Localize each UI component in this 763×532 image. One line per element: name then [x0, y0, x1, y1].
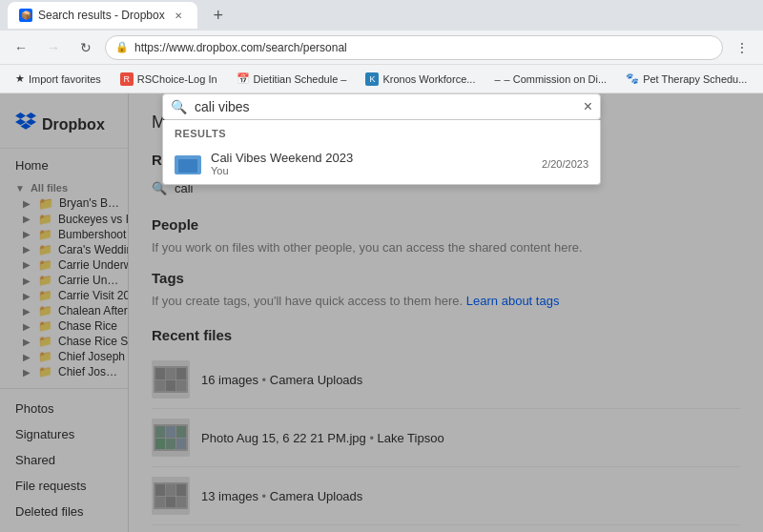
search-left-icon: 🔍 — [171, 99, 187, 114]
browser-titlebar: 📦 Search results - Dropbox ✕ + — [0, 0, 763, 31]
lock-icon: 🔒 — [115, 41, 129, 53]
search-box-container: 🔍 × Results Cali Vibes Weekend 2023 You — [162, 93, 601, 185]
tab-close-button[interactable]: ✕ — [171, 8, 186, 23]
bookmark-rschoice[interactable]: R RSChoice-Log In — [113, 71, 225, 88]
browser-frame: 📦 Search results - Dropbox ✕ + ← → ↻ 🔒 h… — [0, 0, 763, 532]
bookmark-kronos-label: Kronos Workforce... — [382, 73, 475, 85]
search-input[interactable] — [195, 99, 576, 114]
bookmark-import-favorites[interactable]: ★ Import favorites — [8, 71, 109, 87]
search-dropdown: Results Cali Vibes Weekend 2023 You 2/20… — [162, 120, 601, 185]
tab-title: Search results - Dropbox — [38, 9, 165, 22]
back-button[interactable]: ← — [8, 34, 34, 61]
bookmark-kronos-icon: K — [365, 72, 379, 86]
bookmark-dietitian-label: Dietitian Schedule – — [254, 73, 347, 85]
app-content: Dropbox Home ▼ All files ▶ 📁 Bryan's Bon… — [0, 93, 763, 532]
browser-toolbar: ← → ↻ 🔒 https://www.dropbox.com/search/p… — [0, 31, 763, 65]
folder-front — [178, 159, 197, 173]
bookmark-label: Import favorites — [29, 73, 101, 85]
bookmark-rschoice-icon: R — [120, 72, 134, 86]
folder-icon-wrapper — [175, 153, 201, 174]
search-input-wrapper: 🔍 × — [162, 93, 601, 120]
bookmark-healthequity[interactable]: H HealthEquity Login — [758, 71, 763, 88]
bookmark-commission[interactable]: – – Commission on Di... — [486, 72, 614, 87]
bookmark-star-icon: ★ — [15, 72, 25, 85]
bookmark-kronos[interactable]: K Kronos Workforce... — [358, 71, 483, 88]
bookmark-pettherapy[interactable]: 🐾 Pet Therapy Schedu... — [618, 71, 754, 87]
url-text: https://www.dropbox.com/search/personal — [134, 41, 347, 54]
browser-tab[interactable]: 📦 Search results - Dropbox ✕ — [8, 2, 197, 29]
search-result-sub: You — [211, 165, 532, 176]
bookmark-pettherapy-label: Pet Therapy Schedu... — [643, 73, 747, 85]
bookmarks-bar: ★ Import favorites R RSChoice-Log In 📅 D… — [0, 65, 763, 93]
bookmark-pettherapy-icon: 🐾 — [626, 72, 639, 85]
bookmark-dietitian-icon: 📅 — [237, 72, 250, 85]
search-clear-button[interactable]: × — [584, 98, 592, 115]
new-tab-button[interactable]: + — [205, 2, 232, 29]
search-result-name: Cali Vibes Weekend 2023 — [211, 151, 532, 165]
bookmark-dietitian[interactable]: 📅 Dietitian Schedule – — [229, 71, 355, 87]
search-result-info: Cali Vibes Weekend 2023 You — [211, 151, 532, 176]
tab-favicon: 📦 — [19, 9, 32, 22]
search-overlay: 🔍 × Results Cali Vibes Weekend 2023 You — [0, 93, 763, 532]
search-result-item-1[interactable]: Cali Vibes Weekend 2023 You 2/20/2023 — [163, 143, 600, 184]
reload-button[interactable]: ↻ — [72, 34, 99, 61]
bookmark-commission-label: – Commission on Di... — [505, 73, 608, 85]
extensions-button[interactable]: ⋮ — [729, 34, 755, 61]
bookmark-rschoice-label: RSChoice-Log In — [137, 73, 217, 85]
address-bar[interactable]: 🔒 https://www.dropbox.com/search/persona… — [105, 35, 723, 60]
forward-button[interactable]: → — [40, 34, 67, 61]
search-result-date: 2/20/2023 — [542, 158, 588, 170]
search-results-label: Results — [163, 120, 600, 143]
bookmark-commission-icon: – — [494, 73, 500, 85]
